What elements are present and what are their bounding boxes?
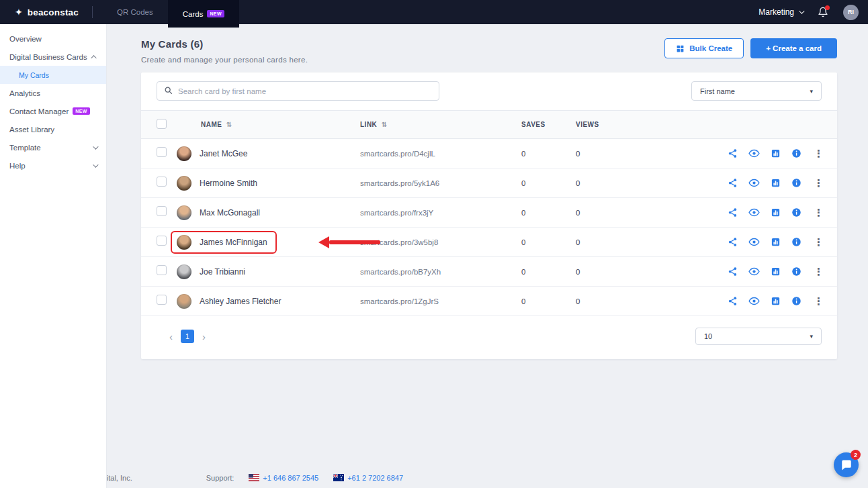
name-box: Joe Tribianni <box>171 260 255 283</box>
card-link[interactable]: smartcards.pro/D4cjlL <box>360 150 521 158</box>
name-box: Janet McGee <box>171 142 257 165</box>
table-row: Joe Tribianni smartcards.pro/bB7yXh 0 0 … <box>141 257 837 287</box>
preview-eye-icon[interactable] <box>748 177 760 189</box>
us-flag-icon <box>249 474 259 481</box>
table-row: Hermoine Smith smartcards.pro/5yk1A6 0 0… <box>141 168 837 198</box>
info-icon[interactable] <box>791 296 801 306</box>
preview-eye-icon[interactable] <box>748 148 760 159</box>
kebab-menu-icon[interactable]: ⋮ <box>812 178 825 188</box>
share-icon[interactable] <box>728 266 738 277</box>
search-box <box>157 81 439 101</box>
sidebar-item-contact-manager[interactable]: Contact Manager NEW <box>0 102 106 120</box>
share-icon[interactable] <box>728 178 738 188</box>
analytics-icon[interactable] <box>771 266 781 277</box>
share-icon[interactable] <box>728 296 738 306</box>
analytics-icon[interactable] <box>771 148 781 158</box>
column-header-name: NAME <box>201 121 222 128</box>
pagination-page-1[interactable]: 1 <box>181 330 194 343</box>
new-badge: NEW <box>73 107 90 115</box>
card-link[interactable]: smartcards.pro/bB7yXh <box>360 268 521 276</box>
user-avatar[interactable]: RI <box>843 5 859 20</box>
sidebar-item-help[interactable]: Help <box>0 156 106 175</box>
info-icon[interactable] <box>791 178 801 188</box>
sidebar-item-analytics[interactable]: Analytics <box>0 84 106 102</box>
pagination: ‹ 1 › 10 ▾ <box>141 316 837 359</box>
row-checkbox[interactable] <box>157 147 167 157</box>
kebab-menu-icon[interactable]: ⋮ <box>812 266 825 277</box>
new-badge: NEW <box>207 10 224 17</box>
sidebar-item-label: Asset Library <box>9 126 54 134</box>
card-name: Hermoine Smith <box>200 179 257 188</box>
preview-eye-icon[interactable] <box>748 295 760 307</box>
top-navbar: ✦ beaconstac QR Codes Cards NEW Marketin… <box>0 0 868 24</box>
pagination-prev-icon[interactable]: ‹ <box>163 331 179 342</box>
avatar <box>177 235 191 250</box>
preview-eye-icon[interactable] <box>748 266 760 277</box>
main-content: My Cards (6) Create and manage your pers… <box>107 24 868 488</box>
preview-eye-icon[interactable] <box>748 236 760 248</box>
row-checkbox[interactable] <box>157 177 167 187</box>
row-checkbox[interactable] <box>157 236 167 246</box>
sidebar-item-template[interactable]: Template <box>0 138 106 156</box>
chevron-down-icon <box>93 162 98 167</box>
preview-eye-icon[interactable] <box>748 207 760 218</box>
sidebar-item-asset-library[interactable]: Asset Library <box>0 120 106 138</box>
sidebar-item-overview[interactable]: Overview <box>0 30 106 48</box>
sidebar-item-label: Template <box>9 144 41 152</box>
row-checkbox[interactable] <box>157 265 167 275</box>
card-saves: 0 <box>521 209 576 217</box>
chat-unread-badge: 2 <box>851 450 861 460</box>
card-views: 0 <box>576 297 650 305</box>
share-icon[interactable] <box>728 148 738 158</box>
info-icon[interactable] <box>791 207 801 217</box>
card-link[interactable]: smartcards.pro/1ZgJrS <box>360 297 521 305</box>
info-icon[interactable] <box>791 237 801 247</box>
analytics-icon[interactable] <box>771 207 781 217</box>
kebab-menu-icon[interactable]: ⋮ <box>812 296 825 306</box>
account-menu[interactable]: Marketing <box>758 7 803 17</box>
row-checkbox[interactable] <box>157 295 167 305</box>
chevron-down-icon <box>799 8 804 13</box>
search-input[interactable] <box>178 87 432 95</box>
filter-value: First name <box>700 87 735 95</box>
analytics-icon[interactable] <box>771 237 781 247</box>
create-card-button[interactable]: + Create a card <box>750 38 837 58</box>
share-icon[interactable] <box>728 237 738 247</box>
annotation-arrow-icon <box>318 236 380 248</box>
table-row: Janet McGee smartcards.pro/D4cjlL 0 0 ⋮ <box>141 139 837 168</box>
tab-qr-codes[interactable]: QR Codes <box>102 0 168 24</box>
info-icon[interactable] <box>791 266 801 277</box>
kebab-menu-icon[interactable]: ⋮ <box>812 148 825 158</box>
cards-panel: First name ▾ NAME ⇅ LINK ⇅ SAVES VIEWS J <box>141 72 837 359</box>
card-saves: 0 <box>521 150 576 158</box>
brand[interactable]: ✦ beaconstac <box>0 7 92 17</box>
select-all-checkbox[interactable] <box>157 119 167 129</box>
card-link[interactable]: smartcards.pro/3w5bj8 <box>360 238 521 246</box>
kebab-menu-icon[interactable]: ⋮ <box>812 237 825 247</box>
share-icon[interactable] <box>728 207 738 217</box>
filter-dropdown[interactable]: First name ▾ <box>691 81 822 101</box>
sort-icon[interactable]: ⇅ <box>226 121 232 128</box>
info-icon[interactable] <box>791 148 801 158</box>
card-link[interactable]: smartcards.pro/5yk1A6 <box>360 179 521 187</box>
avatar <box>177 205 191 220</box>
page-size-dropdown[interactable]: 10 ▾ <box>695 328 822 345</box>
sidebar-item-digital-business-cards[interactable]: Digital Business Cards <box>0 48 106 66</box>
notifications-bell-icon[interactable] <box>818 7 828 17</box>
analytics-icon[interactable] <box>771 296 781 306</box>
bulk-create-button[interactable]: Bulk Create <box>664 38 744 58</box>
row-checkbox[interactable] <box>157 206 167 216</box>
analytics-icon[interactable] <box>771 178 781 188</box>
tab-cards[interactable]: Cards NEW <box>168 0 239 28</box>
kebab-menu-icon[interactable]: ⋮ <box>812 207 825 217</box>
support-phone-us[interactable]: +1 646 867 2545 <box>263 474 318 482</box>
sort-icon[interactable]: ⇅ <box>382 121 388 128</box>
card-link[interactable]: smartcards.pro/frx3jY <box>360 209 521 217</box>
sidebar-item-my-cards[interactable]: My Cards <box>0 66 106 84</box>
chat-launcher-icon[interactable]: 2 <box>834 452 859 477</box>
support-phone-au[interactable]: +61 2 7202 6847 <box>347 474 403 482</box>
search-icon <box>164 85 173 97</box>
account-label: Marketing <box>758 7 794 17</box>
card-views: 0 <box>576 268 650 276</box>
pagination-next-icon[interactable]: › <box>196 331 212 342</box>
